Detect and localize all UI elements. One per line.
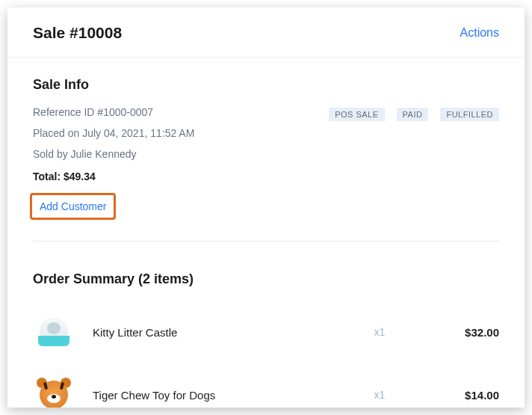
item-price: $14.00 xyxy=(424,389,499,402)
item-name: Tiger Chew Toy for Dogs xyxy=(93,389,335,402)
sale-info-row: Reference ID #1000-0007 Placed on July 0… xyxy=(33,106,499,182)
item-name: Kitty Litter Castle xyxy=(93,326,335,339)
item-quantity: x1 xyxy=(335,326,424,338)
sale-info-heading: Sale Info xyxy=(33,77,499,93)
item-quantity: x1 xyxy=(335,389,424,401)
sale-info-lines: Reference ID #1000-0007 Placed on July 0… xyxy=(33,106,194,182)
badge-pos-sale: POS SALE xyxy=(329,108,384,121)
page-header: Sale #10008 Actions xyxy=(7,7,525,58)
kitty-litter-icon xyxy=(35,313,72,351)
reference-id: Reference ID #1000-0007 xyxy=(33,106,194,118)
badge-fulfilled: FULFILLED xyxy=(440,108,499,121)
total-amount: Total: $49.34 xyxy=(33,170,194,182)
sale-detail-page: Sale #10008 Actions Sale Info Reference … xyxy=(7,7,525,408)
page-content: Sale Info Reference ID #1000-0007 Placed… xyxy=(7,58,525,408)
add-customer-link[interactable]: Add Customer xyxy=(40,200,106,212)
placed-date: Placed on July 04, 2021, 11:52 AM xyxy=(33,127,194,139)
status-badges: POS SALE PAID FULFILLED xyxy=(329,108,499,121)
tiger-toy-icon xyxy=(34,375,74,408)
item-thumbnail xyxy=(33,311,75,353)
badge-paid: PAID xyxy=(397,108,429,121)
item-price: $32.00 xyxy=(424,326,499,339)
section-divider xyxy=(33,241,499,242)
item-thumbnail xyxy=(33,374,75,408)
actions-button[interactable]: Actions xyxy=(460,26,499,40)
order-summary-heading: Order Summary (2 items) xyxy=(33,271,499,287)
sold-by: Sold by Julie Kennedy xyxy=(33,148,194,160)
order-item: Tiger Chew Toy for Dogs x1 $14.00 xyxy=(33,363,499,408)
add-customer-highlight: Add Customer xyxy=(30,193,116,220)
page-title: Sale #10008 xyxy=(33,24,122,42)
order-item: Kitty Litter Castle x1 $32.00 xyxy=(33,301,499,363)
